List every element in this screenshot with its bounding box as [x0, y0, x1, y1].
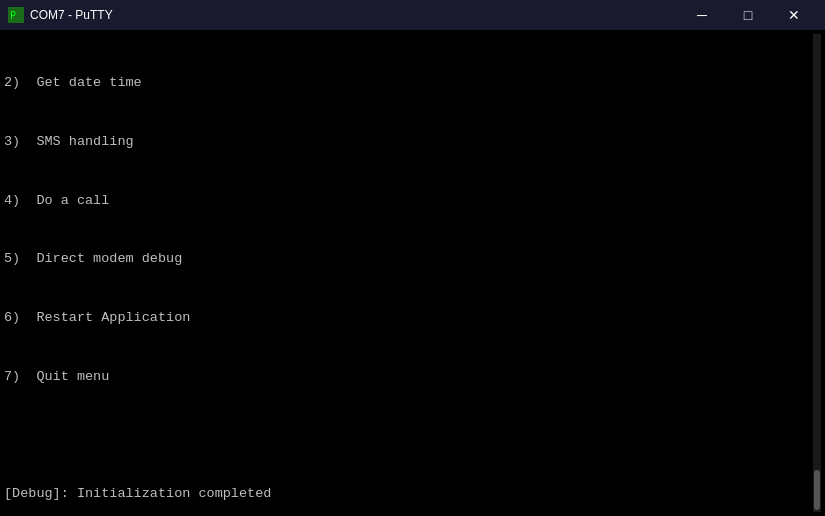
- terminal-line-4: 5) Direct modem debug: [4, 249, 813, 269]
- minimize-button[interactable]: ─: [679, 0, 725, 30]
- scrollbar[interactable]: [813, 34, 821, 512]
- restore-button[interactable]: □: [725, 0, 771, 30]
- terminal-line-3: 4) Do a call: [4, 191, 813, 211]
- terminal-line-8: [Debug]: Initialization completed: [4, 484, 813, 504]
- terminal-line-5: 6) Restart Application: [4, 308, 813, 328]
- putty-icon: P: [8, 7, 24, 23]
- window-controls: ─ □ ✕: [679, 0, 817, 30]
- putty-window: P COM7 - PuTTY ─ □ ✕ 2) Get date time 3)…: [0, 0, 825, 516]
- title-bar: P COM7 - PuTTY ─ □ ✕: [0, 0, 825, 30]
- terminal-content: 2) Get date time 3) SMS handling 4) Do a…: [4, 34, 813, 512]
- close-button[interactable]: ✕: [771, 0, 817, 30]
- scrollbar-thumb[interactable]: [814, 470, 820, 510]
- terminal-line-1: 2) Get date time: [4, 73, 813, 93]
- terminal-area[interactable]: 2) Get date time 3) SMS handling 4) Do a…: [0, 30, 825, 516]
- terminal-line-7: [4, 425, 813, 445]
- terminal-line-2: 3) SMS handling: [4, 132, 813, 152]
- terminal-line-6: 7) Quit menu: [4, 367, 813, 387]
- window-title: COM7 - PuTTY: [30, 8, 679, 22]
- svg-text:P: P: [10, 10, 16, 21]
